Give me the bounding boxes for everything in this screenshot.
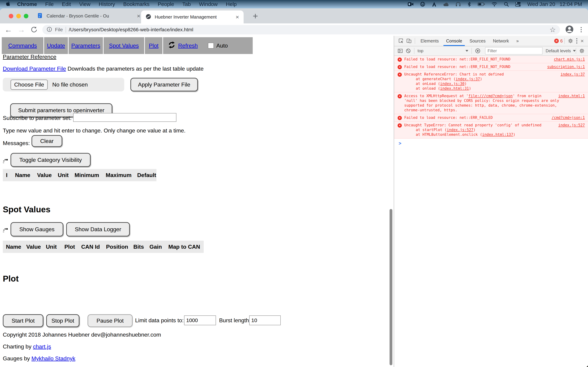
menu-bar-date[interactable]: Wed Jan 20 bbox=[527, 1, 555, 7]
menu-item-history[interactable]: History bbox=[99, 1, 115, 7]
console-settings-icon[interactable] bbox=[579, 48, 585, 53]
stack-source-link[interactable]: index.js:37 bbox=[456, 77, 480, 81]
error-count-badge[interactable]: ×6 bbox=[554, 38, 563, 43]
menu-item-chrome[interactable]: Chrome bbox=[17, 1, 37, 7]
live-expression-icon[interactable] bbox=[475, 48, 481, 54]
inspect-element-icon[interactable] bbox=[398, 38, 404, 43]
limit-input[interactable] bbox=[184, 316, 216, 325]
new-tab-button[interactable]: + bbox=[253, 11, 258, 21]
nav-update[interactable]: Update bbox=[44, 37, 68, 54]
auto-label: Auto bbox=[216, 42, 228, 49]
console-url-link[interactable]: file:///cmd?cmd=json bbox=[468, 94, 513, 98]
browser-menu-icon[interactable] bbox=[581, 27, 582, 32]
reload-button[interactable] bbox=[30, 26, 37, 33]
headphones-icon[interactable] bbox=[456, 1, 461, 7]
refresh-link[interactable]: Refresh bbox=[178, 42, 198, 49]
burst-input[interactable] bbox=[249, 316, 281, 325]
plot-heading: Plot bbox=[3, 274, 19, 284]
nav-spot-values[interactable]: Spot Values bbox=[104, 37, 144, 54]
stack-source-link[interactable]: index.js:30 bbox=[440, 82, 465, 86]
battery-icon[interactable] bbox=[478, 2, 485, 6]
tab-calendar[interactable]: Calendar - Bryson Gentile - Ou × bbox=[36, 8, 142, 23]
forward-button[interactable]: → bbox=[17, 26, 25, 33]
bookmark-star-icon[interactable]: ☆ bbox=[550, 26, 556, 34]
tab-elements[interactable]: Elements bbox=[417, 36, 442, 46]
devtools-tab-bar: Elements Console Sources Network » ×6 × bbox=[394, 36, 588, 46]
download-parameter-file-link[interactable]: Download Parameter File bbox=[3, 66, 66, 72]
stack-source-link[interactable]: index.html:31 bbox=[440, 86, 469, 91]
context-selector[interactable]: top bbox=[416, 48, 470, 53]
url-bar[interactable]: File /Users/bryson/Desktop/esp8266-web-i… bbox=[42, 25, 560, 34]
nav-parameters[interactable]: Parameters bbox=[69, 37, 103, 54]
menu-item-help[interactable]: Help bbox=[226, 1, 237, 7]
devtools-menu-icon[interactable] bbox=[576, 38, 577, 43]
log-levels-selector[interactable]: Default levels bbox=[546, 48, 576, 53]
gauges-author-link[interactable]: Mykhailo Stadnyk bbox=[32, 355, 75, 362]
stop-plot-button[interactable]: Stop Plot bbox=[46, 314, 79, 327]
menu-item-bookmarks[interactable]: Bookmarks bbox=[123, 1, 149, 7]
refresh-icon[interactable] bbox=[168, 41, 176, 50]
nav-plot[interactable]: Plot bbox=[145, 37, 162, 54]
console-source-link[interactable]: chart.min.js:1 bbox=[554, 57, 585, 62]
cloud-icon[interactable] bbox=[443, 2, 449, 7]
console-sidebar-icon[interactable] bbox=[398, 48, 403, 53]
console-source-link[interactable]: index.html:1 bbox=[558, 94, 585, 98]
pause-plot-button[interactable]: Pause Plot bbox=[87, 314, 133, 327]
tab-sources[interactable]: Sources bbox=[466, 36, 489, 46]
tab-network[interactable]: Network bbox=[489, 36, 513, 46]
control-center-icon[interactable] bbox=[515, 1, 521, 7]
clear-console-icon[interactable] bbox=[406, 48, 411, 53]
console-source-link[interactable]: /cmd?cmd=json:1 bbox=[552, 115, 585, 120]
tab-console[interactable]: Console bbox=[442, 36, 466, 46]
url-text[interactable]: /Users/bryson/Desktop/esp8266-web-interf… bbox=[69, 27, 193, 33]
close-tab-icon[interactable]: × bbox=[137, 13, 140, 19]
devtools-settings-icon[interactable] bbox=[568, 38, 573, 43]
info-icon[interactable] bbox=[47, 26, 52, 33]
clear-button[interactable]: Clear bbox=[32, 135, 62, 147]
show-gauges-button[interactable]: Show Gauges bbox=[10, 222, 63, 236]
apply-parameter-file-button[interactable]: Apply Parameter File bbox=[130, 78, 198, 92]
console-source-link[interactable]: index.js:527 bbox=[558, 123, 585, 128]
subscribe-input[interactable] bbox=[73, 113, 176, 122]
show-data-logger-button[interactable]: Show Data Logger bbox=[66, 222, 130, 236]
mountain-icon[interactable] bbox=[432, 1, 437, 7]
parameter-reference-link[interactable]: Parameter Reference bbox=[3, 54, 56, 60]
menu-item-tab[interactable]: Tab bbox=[182, 1, 191, 7]
minimize-window-button[interactable] bbox=[16, 14, 21, 18]
bluetooth-icon[interactable] bbox=[467, 1, 471, 7]
video-camera-icon[interactable] bbox=[407, 2, 414, 7]
auto-checkbox[interactable] bbox=[208, 43, 214, 49]
menu-item-file[interactable]: File bbox=[45, 1, 53, 7]
page-scrollbar[interactable] bbox=[389, 209, 392, 365]
spotlight-search-icon[interactable] bbox=[504, 2, 509, 7]
toggle-category-visibility-button[interactable]: Toggle Category Visibility bbox=[10, 153, 91, 167]
back-button[interactable]: ← bbox=[5, 26, 12, 33]
close-window-button[interactable] bbox=[9, 14, 13, 18]
choose-file-button[interactable]: Choose File bbox=[10, 80, 48, 90]
limit-label: Limit data points to: bbox=[135, 317, 184, 324]
nav-commands[interactable]: Commands bbox=[2, 37, 43, 54]
menu-item-edit[interactable]: Edit bbox=[62, 1, 71, 7]
zoom-window-button[interactable] bbox=[24, 14, 28, 18]
apple-menu-icon[interactable] bbox=[6, 1, 10, 8]
more-tabs-chevron[interactable]: » bbox=[513, 36, 522, 46]
start-plot-button[interactable]: Start Plot bbox=[3, 314, 43, 327]
menu-item-people[interactable]: People bbox=[158, 1, 174, 7]
globe-icon[interactable] bbox=[420, 1, 425, 7]
menu-bar-clock[interactable]: 12:04 PM bbox=[560, 1, 582, 7]
console-prompt[interactable]: > bbox=[394, 139, 588, 148]
tab-huebner-active[interactable]: Huebner Inverter Management × bbox=[141, 10, 244, 23]
devtools-close-icon[interactable]: × bbox=[580, 38, 584, 44]
menu-item-window[interactable]: Window bbox=[199, 1, 218, 7]
console-source-link[interactable]: subscription.js:1 bbox=[547, 65, 585, 69]
avatar[interactable] bbox=[565, 25, 574, 34]
device-toolbar-icon[interactable] bbox=[406, 38, 412, 43]
console-filter-input[interactable] bbox=[485, 47, 543, 55]
console-source-link[interactable]: index.js:37 bbox=[561, 72, 585, 77]
wifi-icon[interactable] bbox=[491, 2, 497, 7]
stack-source-link[interactable]: index.js:527 bbox=[447, 128, 473, 132]
chartjs-link[interactable]: chart.js bbox=[33, 343, 51, 350]
stack-source-link[interactable]: index.html:137 bbox=[482, 133, 513, 137]
close-tab-icon[interactable]: × bbox=[235, 14, 239, 20]
menu-item-view[interactable]: View bbox=[79, 1, 90, 7]
